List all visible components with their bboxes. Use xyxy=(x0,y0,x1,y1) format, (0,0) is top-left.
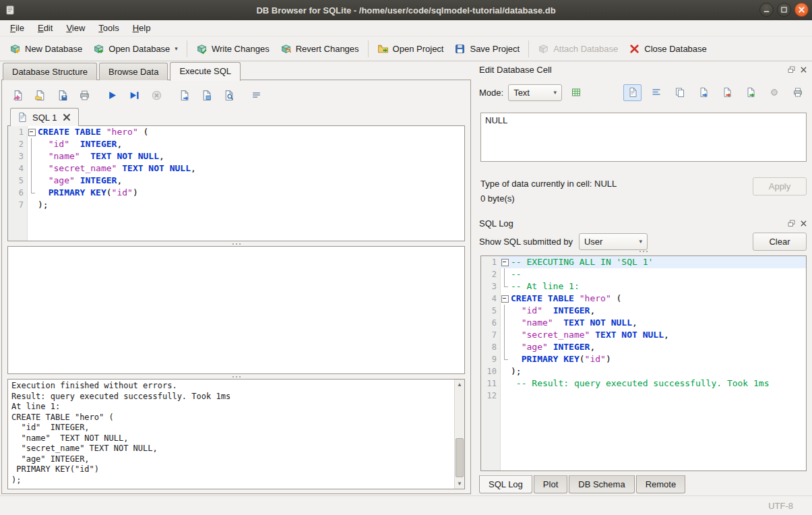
close-dock-icon[interactable] xyxy=(799,218,808,228)
export-data-button[interactable] xyxy=(718,84,736,101)
clear-log-button[interactable]: Clear xyxy=(753,233,807,251)
open-sql-file-button[interactable] xyxy=(31,86,49,104)
code-text[interactable]: "name" TEXT NOT NULL, xyxy=(509,317,806,329)
revertchg-icon xyxy=(280,43,292,55)
word-wrap-button[interactable] xyxy=(647,84,665,101)
newdb-icon xyxy=(9,43,21,55)
configure-mode-button[interactable] xyxy=(567,84,585,101)
print-button[interactable] xyxy=(75,86,93,104)
float-dock-icon[interactable] xyxy=(786,65,796,74)
dock-tab-db-schema[interactable]: DB Schema xyxy=(569,475,634,493)
code-text[interactable]: "id" INTEGER, xyxy=(36,138,464,150)
save-as-button[interactable] xyxy=(741,84,759,101)
mode-value: Text xyxy=(513,88,546,98)
code-text[interactable]: CREATE TABLE "hero" ( xyxy=(36,126,464,138)
code-text[interactable]: "secret_name" TEXT NOT NULL, xyxy=(36,162,464,175)
code-text[interactable]: "name" TEXT NOT NULL, xyxy=(36,150,464,162)
open-database-button[interactable]: Open Database▾ xyxy=(88,40,183,58)
menu-tools[interactable]: Tools xyxy=(92,21,125,35)
results-grid[interactable] xyxy=(7,246,465,374)
minimize-button[interactable] xyxy=(759,3,774,17)
open-project-button[interactable]: Open Project xyxy=(372,40,449,58)
dropdown-caret-icon[interactable]: ▾ xyxy=(175,45,178,52)
import-data-button[interactable] xyxy=(694,84,712,101)
execute-current-line-button[interactable] xyxy=(125,86,143,104)
line-number: 5 xyxy=(481,305,500,317)
tab-execute-sql[interactable]: Execute SQL xyxy=(170,62,241,81)
code-line: 2-- xyxy=(481,268,806,280)
sql-log-view[interactable]: 1-- EXECUTING ALL IN 'SQL 1'2--3-- At li… xyxy=(480,255,807,471)
fold-marker-icon[interactable] xyxy=(500,256,509,268)
cell-editor[interactable]: NULL xyxy=(480,113,807,162)
close-dock-icon[interactable] xyxy=(799,65,808,74)
write-changes-button[interactable]: Write Changes xyxy=(191,40,275,58)
scroll-up-icon[interactable]: ▲ xyxy=(455,380,464,390)
open-sql-in-new-tab-button[interactable] xyxy=(9,86,26,104)
fold-marker-icon[interactable] xyxy=(500,293,509,305)
output-scrollbar[interactable]: ▲ ▼ xyxy=(454,380,464,489)
code-text[interactable]: PRIMARY KEY("id") xyxy=(509,353,806,365)
splitter-editor-results[interactable] xyxy=(7,241,465,246)
menu-file[interactable]: File xyxy=(3,21,31,35)
dock-tab-remote[interactable]: Remote xyxy=(636,475,686,493)
code-text[interactable]: -- xyxy=(509,268,806,280)
close-database-button[interactable]: Close Database xyxy=(623,40,712,58)
dock-tab-plot[interactable]: Plot xyxy=(534,475,567,493)
code-text[interactable] xyxy=(509,390,806,402)
copy-button[interactable] xyxy=(670,84,689,101)
save-project-button[interactable]: Save Project xyxy=(449,40,525,58)
fold-marker-icon[interactable] xyxy=(27,126,36,138)
float-dock-icon[interactable] xyxy=(786,218,796,228)
close-database-button-label: Close Database xyxy=(644,44,707,54)
menu-view[interactable]: View xyxy=(59,21,92,35)
menu-help[interactable]: Help xyxy=(126,21,158,35)
set-null-button[interactable] xyxy=(765,84,783,101)
code-text[interactable]: ); xyxy=(509,365,806,377)
code-text[interactable]: "secret_name" TEXT NOT NULL, xyxy=(509,329,806,341)
maximize-button[interactable] xyxy=(777,3,791,17)
format-sql-button[interactable] xyxy=(247,86,265,104)
code-line: 5 "id" INTEGER, xyxy=(481,305,806,317)
save-results-button[interactable] xyxy=(197,86,215,104)
code-text[interactable]: -- At line 1: xyxy=(509,280,806,293)
execute-all-button[interactable] xyxy=(103,86,121,104)
log-filter-label: Show SQL submitted by xyxy=(479,237,573,247)
write-changes-button-label: Write Changes xyxy=(212,44,270,54)
fold-guide xyxy=(27,199,36,211)
code-text[interactable]: "age" INTEGER, xyxy=(36,175,464,187)
code-text[interactable]: PRIMARY KEY("id") xyxy=(36,187,464,199)
dock-tab-sql-log[interactable]: SQL Log xyxy=(479,475,532,493)
find-in-results-button[interactable] xyxy=(220,86,237,104)
code-text[interactable]: "id" INTEGER, xyxy=(509,305,806,317)
scroll-down-icon[interactable]: ▼ xyxy=(455,479,464,489)
sql-doc-tab[interactable]: SQL 1 xyxy=(10,108,79,126)
log-filter-combobox[interactable]: User ▾ xyxy=(579,233,648,250)
code-text[interactable]: CREATE TABLE "hero" ( xyxy=(509,293,806,305)
line-number: 11 xyxy=(481,377,500,390)
menu-edit[interactable]: Edit xyxy=(31,21,59,35)
close-button[interactable] xyxy=(794,3,809,17)
scrollbar-thumb[interactable] xyxy=(456,438,464,477)
close-tab-icon[interactable] xyxy=(61,112,72,123)
text-view-button[interactable] xyxy=(623,84,642,101)
tab-database-structure[interactable]: Database Structure xyxy=(3,63,97,80)
export-results-button[interactable] xyxy=(175,86,193,104)
encoding-indicator[interactable]: UTF-8 xyxy=(768,501,793,511)
mode-combobox[interactable]: Text ▾ xyxy=(508,84,562,101)
sql-file-icon xyxy=(17,112,28,123)
print-button[interactable] xyxy=(788,84,807,101)
revert-changes-button[interactable]: Revert Changes xyxy=(275,40,365,58)
sql-editor[interactable]: 1CREATE TABLE "hero" (2 "id" INTEGER,3 "… xyxy=(7,125,465,241)
apply-button[interactable]: Apply xyxy=(753,177,807,195)
code-text[interactable]: "age" INTEGER, xyxy=(509,341,806,353)
splitter-cell-log[interactable] xyxy=(475,249,812,254)
tab-browse-data[interactable]: Browse Data xyxy=(99,63,168,80)
execution-output[interactable]: Execution finished without errors. Resul… xyxy=(7,379,465,489)
save-sql-file-button[interactable] xyxy=(53,86,71,104)
code-text[interactable]: -- Result: query executed successfully. … xyxy=(509,377,806,390)
code-text[interactable]: -- EXECUTING ALL IN 'SQL 1' xyxy=(509,256,806,268)
splitter-results-output[interactable] xyxy=(7,374,465,379)
new-database-button[interactable]: New Database xyxy=(4,40,88,58)
code-text[interactable]: ); xyxy=(36,199,464,211)
titlebar[interactable]: DB Browser for SQLite - /home/user/code/… xyxy=(0,0,812,20)
